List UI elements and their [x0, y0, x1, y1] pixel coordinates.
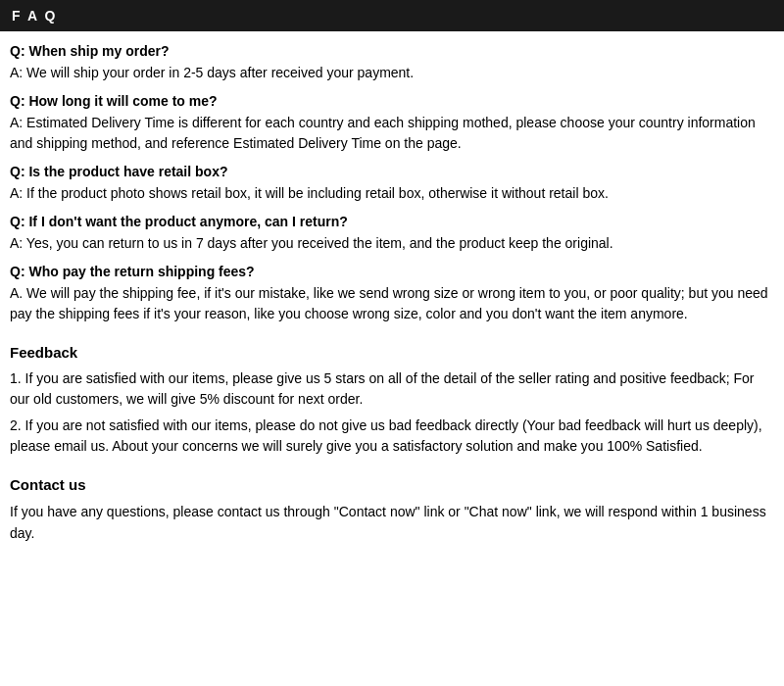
feedback-item-1: 1. If you are satisfied with our items, …	[10, 368, 774, 410]
faq-item-2: Q: How long it will come to me? A: Estim…	[10, 93, 774, 154]
faq-answer-4: A: Yes, you can return to us in 7 days a…	[10, 233, 774, 254]
feedback-item-2: 2. If you are not satisfied with our ite…	[10, 416, 774, 457]
faq-item-5: Q: Who pay the return shipping fees? A. …	[10, 264, 774, 324]
faq-header: F A Q	[0, 0, 784, 31]
faq-section: Q: When ship my order? A: We will ship y…	[10, 43, 774, 324]
faq-answer-2: A: Estimated Delivery Time is different …	[10, 113, 774, 154]
feedback-section: Feedback 1. If you are satisfied with ou…	[10, 344, 774, 457]
contact-title: Contact us	[10, 476, 774, 493]
feedback-title: Feedback	[10, 344, 774, 361]
faq-question-4: Q: If I don't want the product anymore, …	[10, 214, 774, 229]
faq-question-5: Q: Who pay the return shipping fees?	[10, 264, 774, 279]
faq-item-4: Q: If I don't want the product anymore, …	[10, 214, 774, 254]
faq-answer-3: A: If the product photo shows retail box…	[10, 183, 774, 204]
faq-question-1: Q: When ship my order?	[10, 43, 774, 59]
contact-text: If you have any questions, please contac…	[10, 501, 774, 545]
faq-item-3: Q: Is the product have retail box? A: If…	[10, 164, 774, 204]
contact-section: Contact us If you have any questions, pl…	[10, 476, 774, 545]
faq-question-2: Q: How long it will come to me?	[10, 93, 774, 109]
faq-answer-5: A. We will pay the shipping fee, if it's…	[10, 283, 774, 324]
faq-item-1: Q: When ship my order? A: We will ship y…	[10, 43, 774, 83]
faq-answer-1: A: We will ship your order in 2-5 days a…	[10, 63, 774, 83]
faq-question-3: Q: Is the product have retail box?	[10, 164, 774, 179]
